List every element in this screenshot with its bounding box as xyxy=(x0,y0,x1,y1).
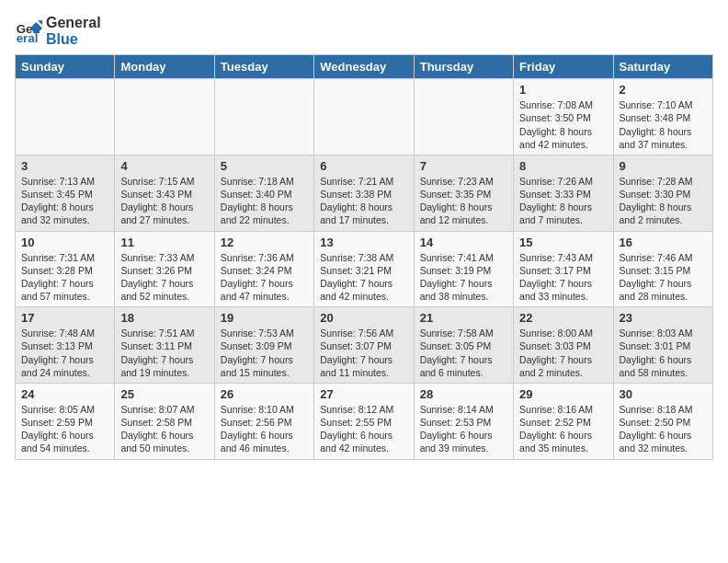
calendar-cell: 30Sunrise: 8:18 AMSunset: 2:50 PMDayligh… xyxy=(613,383,712,459)
day-number: 6 xyxy=(320,159,407,173)
day-info: and 50 minutes. xyxy=(120,442,208,454)
calendar-cell: 23Sunrise: 8:03 AMSunset: 3:01 PMDayligh… xyxy=(613,307,712,384)
day-number: 25 xyxy=(120,387,208,401)
day-info: and 2 minutes. xyxy=(620,213,707,226)
day-info: Daylight: 8 hours xyxy=(120,201,208,213)
day-info: Daylight: 7 hours xyxy=(519,277,607,290)
calendar-cell: 7Sunrise: 7:23 AMSunset: 3:35 PMDaylight… xyxy=(414,155,513,231)
day-info: Daylight: 7 hours xyxy=(221,277,308,290)
day-info: Sunrise: 7:15 AM xyxy=(120,175,208,188)
day-info: Sunrise: 7:48 AM xyxy=(21,327,108,339)
day-info: and 6 minutes. xyxy=(420,366,507,379)
header: Gen eral General Blue xyxy=(15,15,713,47)
calendar-cell: 12Sunrise: 7:36 AMSunset: 3:24 PMDayligh… xyxy=(214,231,313,307)
day-info: and 22 minutes. xyxy=(221,213,308,226)
day-number: 18 xyxy=(120,311,208,325)
day-info: Daylight: 8 hours xyxy=(420,201,507,213)
logo-name-top: General xyxy=(46,15,101,31)
day-info: Sunset: 3:45 PM xyxy=(21,188,108,201)
calendar-cell: 27Sunrise: 8:12 AMSunset: 2:55 PMDayligh… xyxy=(314,383,414,459)
day-info: Daylight: 7 hours xyxy=(620,277,707,290)
day-info: Sunrise: 7:08 AM xyxy=(519,98,607,111)
day-number: 29 xyxy=(519,387,607,401)
day-info: Sunset: 3:13 PM xyxy=(21,339,108,352)
calendar-cell: 1Sunrise: 7:08 AMSunset: 3:50 PMDaylight… xyxy=(514,79,613,155)
day-number: 26 xyxy=(221,387,308,401)
day-number: 3 xyxy=(21,159,108,173)
day-info: Sunrise: 7:33 AM xyxy=(120,251,208,264)
day-info: Sunset: 3:48 PM xyxy=(620,111,707,124)
calendar-week-row: 17Sunrise: 7:48 AMSunset: 3:13 PMDayligh… xyxy=(16,307,713,384)
day-info: Sunrise: 8:12 AM xyxy=(320,403,407,416)
calendar-cell xyxy=(115,79,214,155)
day-number: 12 xyxy=(221,236,308,249)
day-info: Daylight: 8 hours xyxy=(221,201,308,213)
day-number: 10 xyxy=(21,236,108,249)
day-info: and 17 minutes. xyxy=(320,213,407,226)
day-info: Sunrise: 7:51 AM xyxy=(120,327,208,339)
calendar-cell: 20Sunrise: 7:56 AMSunset: 3:07 PMDayligh… xyxy=(314,307,414,384)
day-info: Sunrise: 7:43 AM xyxy=(519,251,607,264)
day-info: Sunrise: 7:53 AM xyxy=(221,327,308,339)
calendar-body: 1Sunrise: 7:08 AMSunset: 3:50 PMDaylight… xyxy=(16,79,713,459)
day-info: Sunset: 3:09 PM xyxy=(221,339,308,352)
day-info: Sunrise: 7:10 AM xyxy=(620,98,707,111)
day-info: Sunset: 3:07 PM xyxy=(320,339,407,352)
calendar-cell: 26Sunrise: 8:10 AMSunset: 2:56 PMDayligh… xyxy=(214,383,313,459)
calendar-week-row: 10Sunrise: 7:31 AMSunset: 3:28 PMDayligh… xyxy=(16,231,713,307)
day-info: Daylight: 6 hours xyxy=(21,429,108,442)
weekday-header: Thursday xyxy=(414,55,513,79)
calendar-cell: 18Sunrise: 7:51 AMSunset: 3:11 PMDayligh… xyxy=(115,307,214,384)
day-info: Sunrise: 7:38 AM xyxy=(320,251,407,264)
calendar-cell: 25Sunrise: 8:07 AMSunset: 2:58 PMDayligh… xyxy=(115,383,214,459)
day-info: and 58 minutes. xyxy=(620,366,707,379)
day-number: 11 xyxy=(120,236,208,249)
day-info: Sunset: 2:53 PM xyxy=(420,416,507,429)
day-info: Sunrise: 7:28 AM xyxy=(620,175,707,188)
calendar-cell: 29Sunrise: 8:16 AMSunset: 2:52 PMDayligh… xyxy=(514,383,613,459)
calendar-cell: 15Sunrise: 7:43 AMSunset: 3:17 PMDayligh… xyxy=(514,231,613,307)
calendar-cell: 2Sunrise: 7:10 AMSunset: 3:48 PMDaylight… xyxy=(613,79,712,155)
day-info: and 42 minutes. xyxy=(519,138,607,151)
calendar-cell: 21Sunrise: 7:58 AMSunset: 3:05 PMDayligh… xyxy=(414,307,513,384)
weekday-header: Monday xyxy=(115,55,214,79)
day-info: Sunset: 3:50 PM xyxy=(519,111,607,124)
day-info: Daylight: 6 hours xyxy=(320,429,407,442)
calendar-cell: 19Sunrise: 7:53 AMSunset: 3:09 PMDayligh… xyxy=(214,307,313,384)
day-info: Sunrise: 8:00 AM xyxy=(519,327,607,339)
day-info: Sunset: 2:56 PM xyxy=(221,416,308,429)
day-info: Sunset: 3:35 PM xyxy=(420,188,507,201)
day-number: 8 xyxy=(519,159,607,173)
day-info: and 33 minutes. xyxy=(519,290,607,303)
day-info: Sunset: 2:59 PM xyxy=(21,416,108,429)
day-number: 2 xyxy=(620,83,707,97)
day-info: Sunset: 3:03 PM xyxy=(519,339,607,352)
calendar-week-row: 3Sunrise: 7:13 AMSunset: 3:45 PMDaylight… xyxy=(16,155,713,231)
day-number: 23 xyxy=(620,311,707,325)
day-info: Daylight: 7 hours xyxy=(420,277,507,290)
day-info: Sunset: 2:58 PM xyxy=(120,416,208,429)
day-info: Sunset: 3:15 PM xyxy=(620,264,707,277)
day-info: and 38 minutes. xyxy=(420,290,507,303)
day-number: 28 xyxy=(420,387,507,401)
day-info: Sunset: 3:05 PM xyxy=(420,339,507,352)
day-info: and 39 minutes. xyxy=(420,442,507,454)
day-number: 7 xyxy=(420,159,507,173)
day-info: and 52 minutes. xyxy=(120,290,208,303)
calendar-cell: 5Sunrise: 7:18 AMSunset: 3:40 PMDaylight… xyxy=(214,155,313,231)
day-info: and 11 minutes. xyxy=(320,366,407,379)
day-info: and 42 minutes. xyxy=(320,290,407,303)
day-info: and 15 minutes. xyxy=(221,366,308,379)
day-info: Sunset: 3:38 PM xyxy=(320,188,407,201)
day-info: and 54 minutes. xyxy=(21,442,108,454)
day-number: 21 xyxy=(420,311,507,325)
calendar-week-row: 1Sunrise: 7:08 AMSunset: 3:50 PMDaylight… xyxy=(16,79,713,155)
day-number: 4 xyxy=(120,159,208,173)
day-info: Sunrise: 7:13 AM xyxy=(21,175,108,188)
day-info: and 47 minutes. xyxy=(221,290,308,303)
calendar-cell: 28Sunrise: 8:14 AMSunset: 2:53 PMDayligh… xyxy=(414,383,513,459)
day-info: Sunrise: 8:07 AM xyxy=(120,403,208,416)
day-info: Daylight: 7 hours xyxy=(120,353,208,366)
day-number: 15 xyxy=(519,236,607,249)
calendar-cell: 24Sunrise: 8:05 AMSunset: 2:59 PMDayligh… xyxy=(16,383,115,459)
